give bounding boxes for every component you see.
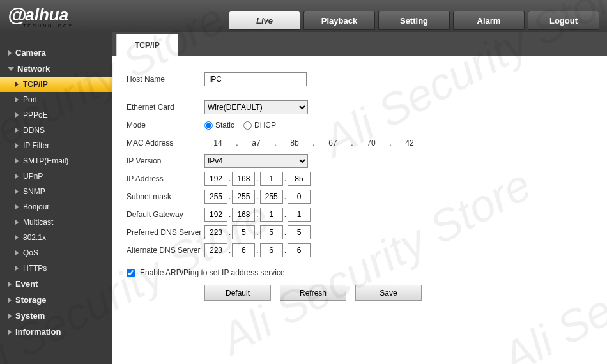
sidebar-item-label: UPnP <box>23 172 43 181</box>
sidebar-sub-bonjour[interactable]: Bonjour <box>0 199 112 215</box>
sidebar: Camera Network TCP/IP Port PPPoE DDNS IP… <box>0 32 112 364</box>
default-button[interactable]: Default <box>204 285 271 301</box>
chevron-down-icon <box>8 67 14 71</box>
chevron-right-icon <box>15 235 19 240</box>
save-button[interactable]: Save <box>355 285 422 301</box>
host-name-label: Host Name <box>127 75 204 84</box>
sidebar-item-system[interactable]: System <box>0 308 112 324</box>
ip-octet[interactable] <box>232 225 255 239</box>
sidebar-sub-multicast[interactable]: Multicast <box>0 215 112 230</box>
chevron-right-icon <box>15 220 19 225</box>
ip-octet[interactable] <box>260 172 283 186</box>
chevron-right-icon <box>15 189 19 194</box>
sidebar-item-network[interactable]: Network <box>0 61 112 77</box>
ip-version-label: IP Version <box>127 156 204 165</box>
ip-octet[interactable] <box>260 225 283 239</box>
mode-dhcp-radio[interactable]: DHCP <box>243 121 276 130</box>
sidebar-item-label: DDNS <box>23 126 45 135</box>
ip-octet[interactable] <box>288 190 311 204</box>
radio-label: Static <box>215 121 234 130</box>
nav-setting[interactable]: Setting <box>378 11 450 30</box>
chevron-right-icon <box>8 281 12 287</box>
ip-octet[interactable] <box>204 243 227 257</box>
brand-subtitle: TECHNOLOGY <box>23 24 73 28</box>
ip-octet[interactable] <box>204 172 227 186</box>
ip-octet[interactable] <box>288 243 311 257</box>
sidebar-sub-tcpip[interactable]: TCP/IP <box>0 77 112 92</box>
ip-octet[interactable] <box>288 208 311 222</box>
sidebar-item-label: Port <box>23 95 37 104</box>
ethernet-card-select[interactable]: Wire(DEFAULT) <box>204 100 308 114</box>
alternate-dns-label: Alternate DNS Server <box>127 246 204 255</box>
chevron-right-icon <box>8 297 12 303</box>
preferred-dns-input[interactable]: . . . <box>204 225 311 239</box>
ip-octet[interactable] <box>288 172 311 186</box>
sidebar-item-storage[interactable]: Storage <box>0 292 112 308</box>
ip-octet[interactable] <box>204 208 227 222</box>
ip-address-input[interactable]: . . . <box>204 172 311 186</box>
sidebar-item-label: IP Filter <box>23 141 49 150</box>
sidebar-item-label: Camera <box>15 48 46 57</box>
chevron-right-icon <box>15 250 19 255</box>
subnet-mask-input[interactable]: . . . <box>204 190 311 204</box>
ip-octet[interactable] <box>260 208 283 222</box>
sidebar-sub-8021x[interactable]: 802.1x <box>0 230 112 245</box>
ip-octet[interactable] <box>232 208 255 222</box>
sidebar-item-label: Information <box>15 327 61 337</box>
ip-octet[interactable] <box>232 243 255 257</box>
sidebar-sub-pppoe[interactable]: PPPoE <box>0 107 112 123</box>
chevron-right-icon <box>15 204 19 209</box>
tab-bar: TCP/IP <box>112 32 607 56</box>
gateway-input[interactable]: . . . <box>204 208 311 222</box>
sidebar-sub-snmp[interactable]: SNMP <box>0 184 112 199</box>
ip-octet[interactable] <box>204 190 227 204</box>
mac-address-value: 14. a7. 8b. 67. 70. 42 <box>204 139 419 148</box>
chevron-right-icon <box>15 174 19 179</box>
nav-alarm[interactable]: Alarm <box>453 11 525 30</box>
ip-octet[interactable] <box>260 243 283 257</box>
sidebar-sub-ipfilter[interactable]: IP Filter <box>0 138 112 153</box>
preferred-dns-label: Preferred DNS Server <box>127 228 204 237</box>
tab-tcpip[interactable]: TCP/IP <box>116 34 178 56</box>
arp-ping-label: Enable ARP/Ping to set IP address servic… <box>140 268 285 277</box>
chevron-right-icon <box>15 112 19 118</box>
ip-octet[interactable] <box>232 172 255 186</box>
sidebar-sub-upnp[interactable]: UPnP <box>0 169 112 184</box>
arp-ping-checkbox[interactable] <box>127 269 135 277</box>
mac-address-label: MAC Address <box>127 139 204 148</box>
nav-logout[interactable]: Logout <box>528 11 599 30</box>
nav-playback[interactable]: Playback <box>304 11 375 30</box>
chevron-right-icon <box>8 329 12 335</box>
sidebar-item-label: Storage <box>15 295 46 305</box>
ip-octet[interactable] <box>288 225 311 239</box>
chevron-right-icon <box>15 266 19 271</box>
sidebar-item-camera[interactable]: Camera <box>0 45 112 61</box>
mode-static-radio[interactable]: Static <box>204 121 234 130</box>
sidebar-item-information[interactable]: Information <box>0 324 112 340</box>
alternate-dns-input[interactable]: . . . <box>204 243 311 257</box>
sidebar-sub-https[interactable]: HTTPs <box>0 261 112 276</box>
sidebar-item-label: Network <box>17 64 50 73</box>
sidebar-item-label: TCP/IP <box>23 80 48 89</box>
brand-logo: @alhua TECHNOLOGY <box>8 4 73 28</box>
sidebar-sub-port[interactable]: Port <box>0 92 112 107</box>
ip-octet[interactable] <box>204 225 227 239</box>
subnet-mask-label: Subnet mask <box>127 192 204 201</box>
header-bar: @alhua TECHNOLOGY Live Playback Setting … <box>0 0 607 32</box>
host-name-input[interactable] <box>204 72 307 86</box>
chevron-right-icon <box>8 50 12 56</box>
sidebar-item-event[interactable]: Event <box>0 276 112 292</box>
sidebar-item-label: SMTP(Email) <box>23 156 68 165</box>
sidebar-sub-qos[interactable]: QoS <box>0 245 112 261</box>
ip-octet[interactable] <box>232 190 255 204</box>
refresh-button[interactable]: Refresh <box>280 285 346 301</box>
sidebar-item-label: 802.1x <box>23 233 46 242</box>
sidebar-item-label: Multicast <box>23 218 53 227</box>
ip-version-select[interactable]: IPv4 <box>204 154 308 168</box>
sidebar-sub-ddns[interactable]: DDNS <box>0 123 112 138</box>
gateway-label: Default Gateway <box>127 210 204 219</box>
sidebar-sub-smtp[interactable]: SMTP(Email) <box>0 153 112 169</box>
nav-live[interactable]: Live <box>229 11 300 30</box>
ip-address-label: IP Address <box>127 174 204 183</box>
ip-octet[interactable] <box>260 190 283 204</box>
